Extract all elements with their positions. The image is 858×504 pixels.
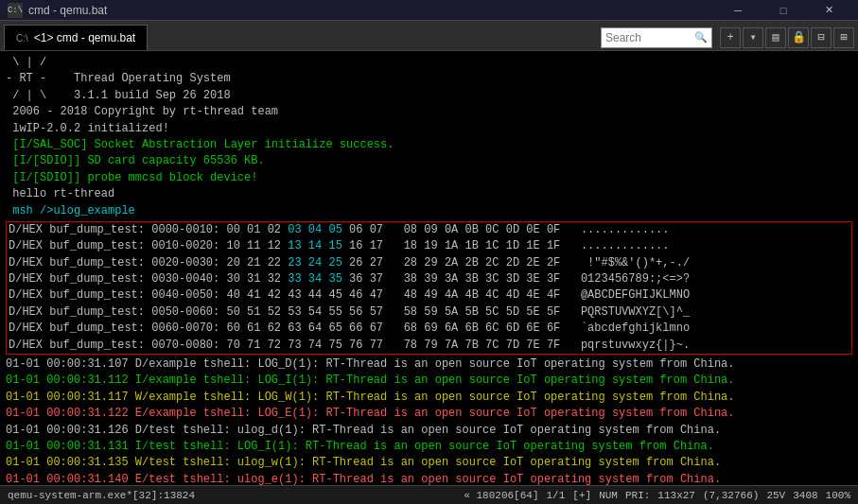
tab-cmd[interactable]: C:\ <1> cmd - qemu.bat: [4, 25, 148, 50]
view-button[interactable]: ▤: [765, 27, 786, 48]
log-line: 01-01 00:00:31.135 W/test tshell: ulog_w…: [6, 455, 852, 471]
search-input[interactable]: [605, 31, 691, 44]
window-title: cmd - qemu.bat: [28, 4, 107, 17]
hex-line: D/HEX buf_dump_test: 0070-0080: 70 71 72…: [7, 338, 851, 354]
tab-icon: C:\: [16, 33, 28, 43]
log-line: 01-01 00:00:31.107 D/example tshell: LOG…: [6, 356, 852, 373]
hex-line: D/HEX buf_dump_test: 0030-0040: 30 31 32…: [7, 271, 851, 287]
status-voltage: 25V: [766, 490, 785, 501]
layout-button[interactable]: ⊟: [811, 27, 832, 48]
terminal-line: lwIP-2.0.2 initialized!: [6, 121, 852, 137]
terminal-line: msh />ulog_example: [6, 203, 852, 219]
hex-line: D/HEX buf_dump_test: 0040-0050: 40 41 42…: [7, 287, 851, 304]
dropdown-button[interactable]: ▾: [743, 27, 763, 48]
split-button[interactable]: ⊞: [833, 27, 854, 48]
terminal-output: \ | / - RT - Thread Operating System / |…: [0, 51, 858, 485]
hex-line: D/HEX buf_dump_test: 0010-0020: 10 11 12…: [7, 238, 851, 254]
status-info1: 1/1: [547, 490, 566, 501]
log-line: 01-01 00:00:31.126 D/test tshell: ulog_d…: [6, 423, 852, 439]
hex-line: D/HEX buf_dump_test: 0050-0060: 50 51 52…: [7, 304, 851, 321]
tab-label: <1> cmd - qemu.bat: [34, 31, 135, 44]
log-line: 01-01 00:00:31.131 I/test tshell: LOG_I(…: [6, 439, 852, 455]
status-num: NUM: [599, 490, 618, 501]
terminal-line: 2006 - 2018 Copyright by rt-thread team: [6, 104, 852, 120]
terminal-line: / | \ 3.1.1 build Sep 26 2018: [6, 88, 852, 104]
hex-line: D/HEX buf_dump_test: 0000-0010: 00 01 02…: [7, 222, 851, 238]
toolbar-buttons: + ▾ ▤ 🔒 ⊟ ⊞: [720, 27, 854, 48]
log-line-error: 01-01 00:00:31.122 E/example tshell: LOG…: [6, 406, 852, 422]
terminal-line: - RT - Thread Operating System: [6, 71, 852, 87]
status-coord: (7,32766): [703, 490, 759, 501]
terminal-line: hello rt-thread: [6, 186, 852, 202]
status-speed: 3408: [793, 490, 817, 501]
close-button[interactable]: ✕: [807, 0, 850, 21]
terminal-line: [I/SAL_SOC] Socket Abstraction Layer ini…: [6, 137, 852, 153]
status-process: qemu-system-arm.exe*[32]:13824: [8, 490, 456, 501]
log-line: 01-01 00:00:31.117 W/example tshell: LOG…: [6, 390, 852, 406]
lock-button[interactable]: 🔒: [788, 27, 809, 48]
title-bar-left: C:\ cmd - qemu.bat: [8, 3, 107, 18]
status-pos: « 180206[64]: [464, 490, 538, 501]
maximize-button[interactable]: □: [762, 0, 805, 21]
hex-line: D/HEX buf_dump_test: 0020-0030: 20 21 22…: [7, 255, 851, 271]
status-size: 113x27: [657, 490, 695, 501]
search-icon: 🔍: [694, 31, 708, 43]
status-info2: [+]: [572, 490, 591, 501]
status-pri: PRI:: [625, 490, 650, 501]
minimize-button[interactable]: ─: [716, 0, 760, 21]
add-tab-button[interactable]: +: [720, 27, 741, 48]
hex-dump-block: D/HEX buf_dump_test: 0000-0010: 00 01 02…: [6, 221, 852, 355]
tab-bar: C:\ <1> cmd - qemu.bat 🔍 + ▾ ▤ 🔒 ⊟ ⊞: [0, 21, 858, 51]
search-area: 🔍 + ▾ ▤ 🔒 ⊟ ⊞: [601, 25, 854, 50]
log-line: 01-01 00:00:31.112 I/example tshell: LOG…: [6, 373, 852, 389]
status-zoom: 100%: [826, 490, 850, 501]
window-controls: ─ □ ✕: [716, 0, 850, 21]
terminal-line: [I/[SDIO]] SD card capacity 65536 KB.: [6, 153, 852, 169]
hex-line: D/HEX buf_dump_test: 0060-0070: 60 61 62…: [7, 321, 851, 337]
app-icon: C:\: [8, 3, 23, 18]
terminal-line: \ | /: [6, 55, 852, 71]
status-bar: qemu-system-arm.exe*[32]:13824 « 180206[…: [0, 485, 858, 504]
search-box[interactable]: 🔍: [601, 27, 712, 48]
title-bar: C:\ cmd - qemu.bat ─ □ ✕: [0, 0, 858, 21]
terminal-line: [I/[SDIO]] probe mmcsd block device!: [6, 170, 852, 186]
log-line-error: 01-01 00:00:31.140 E/test tshell: ulog_e…: [6, 472, 852, 485]
